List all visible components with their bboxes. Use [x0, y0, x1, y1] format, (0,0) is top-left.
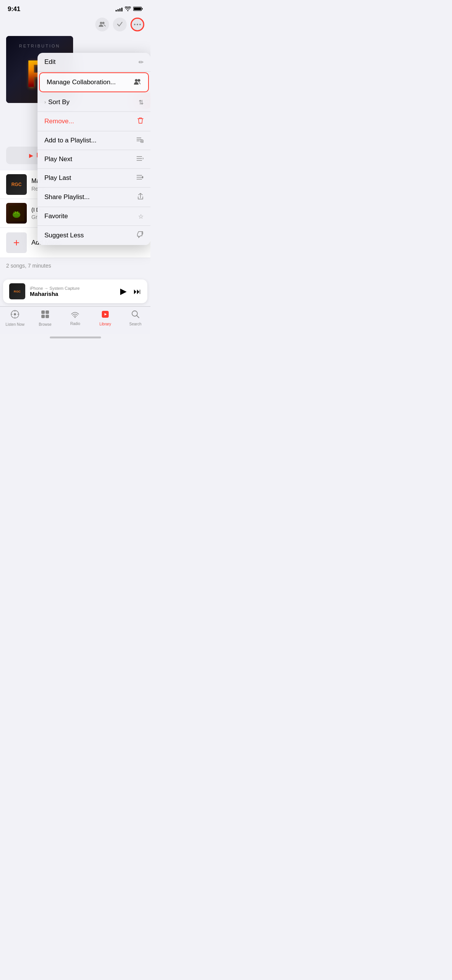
menu-item-share[interactable]: Share Playlist...: [38, 188, 150, 207]
svg-point-28: [17, 211, 19, 214]
svg-rect-34: [41, 310, 45, 314]
tab-browse[interactable]: Browse: [30, 310, 60, 327]
search-icon: [131, 310, 140, 321]
now-playing-controls: ▶ ⏭: [120, 286, 141, 296]
svg-line-41: [137, 315, 139, 318]
chevron-right-icon: ›: [44, 100, 46, 105]
context-menu: Edit ✏ Manage Collaboration... › Sort By…: [38, 53, 150, 245]
collaboration-menu-icon: [134, 78, 141, 86]
browse-icon: [41, 310, 50, 321]
svg-point-4: [135, 79, 138, 82]
svg-point-38: [75, 317, 76, 318]
main-content: RETRIBUTION R GADGET HACKS Edit ✏ Manage…: [0, 33, 150, 338]
library-icon: [101, 310, 109, 321]
edit-icon: ✏: [139, 59, 144, 66]
menu-item-manage-collaboration[interactable]: Manage Collaboration...: [39, 72, 149, 92]
menu-item-suggest-less[interactable]: Suggest Less: [38, 226, 150, 245]
check-button[interactable]: [113, 18, 127, 31]
now-playing-play-button[interactable]: ▶: [120, 286, 127, 296]
svg-point-27: [14, 211, 16, 214]
songs-count: 2 songs, 7 minutes: [0, 258, 150, 273]
menu-item-add-playlist[interactable]: Add to a Playlist...: [38, 131, 150, 150]
play-next-icon: [137, 156, 144, 163]
svg-point-29: [14, 212, 15, 212]
svg-rect-35: [46, 310, 49, 314]
svg-rect-1: [134, 8, 141, 10]
share-icon: [137, 193, 144, 201]
menu-item-remove[interactable]: Remove...: [38, 112, 150, 131]
tab-listen-now[interactable]: Listen Now: [0, 310, 30, 327]
status-time: 9:41: [8, 5, 20, 13]
wifi-icon: [125, 6, 131, 13]
tab-search[interactable]: Search: [120, 310, 150, 326]
people-icon: [99, 21, 106, 28]
status-bar: 9:41: [0, 0, 150, 16]
thumbsdown-icon: [137, 231, 144, 240]
tab-radio[interactable]: Radio: [60, 310, 90, 326]
tab-library[interactable]: Library: [90, 310, 121, 326]
add-to-playlist-icon: [137, 137, 144, 144]
album-top-text: RETRIBUTION: [19, 44, 60, 48]
song-thumb-2: [6, 203, 27, 224]
star-icon: ☆: [138, 213, 144, 220]
now-playing-ff-button[interactable]: ⏭: [134, 287, 141, 296]
play-last-icon: [137, 175, 144, 181]
menu-item-edit[interactable]: Edit ✏: [38, 53, 150, 72]
svg-rect-37: [46, 315, 49, 318]
play-triangle-icon: ▶: [29, 152, 33, 158]
menu-item-play-last[interactable]: Play Last: [38, 169, 150, 188]
status-icons: [116, 6, 143, 13]
menu-item-sort-by[interactable]: › Sort By ⇅: [38, 93, 150, 112]
menu-item-play-next[interactable]: Play Next: [38, 150, 150, 169]
listen-now-icon: [10, 310, 20, 321]
trash-icon: [137, 117, 144, 126]
more-button[interactable]: [131, 18, 144, 31]
svg-point-5: [138, 79, 140, 82]
grinderman-art: [9, 206, 24, 221]
sort-icon: ⇅: [139, 99, 144, 106]
now-playing-bar[interactable]: RGC iPhone → System Capture Maharisha ▶ …: [3, 279, 147, 303]
tab-bar: Listen Now Browse: [0, 306, 150, 334]
svg-point-2: [100, 22, 102, 24]
now-playing-info: iPhone → System Capture Maharisha: [30, 286, 116, 297]
song-thumb-1: RGC: [6, 174, 27, 195]
collaboration-button[interactable]: [95, 18, 109, 31]
svg-point-3: [102, 22, 104, 24]
add-music-icon: +: [6, 232, 27, 253]
svg-rect-36: [41, 315, 45, 318]
radio-icon: [70, 310, 80, 320]
battery-icon: [133, 6, 143, 13]
svg-point-30: [18, 212, 19, 212]
check-icon: [117, 21, 123, 28]
signal-icon: [116, 7, 122, 11]
svg-point-33: [14, 313, 16, 315]
more-dots-icon: [134, 24, 141, 25]
menu-item-favorite[interactable]: Favorite ☆: [38, 207, 150, 226]
svg-marker-15: [143, 157, 144, 160]
now-playing-thumb: RGC: [9, 283, 25, 299]
home-indicator: [50, 336, 101, 338]
